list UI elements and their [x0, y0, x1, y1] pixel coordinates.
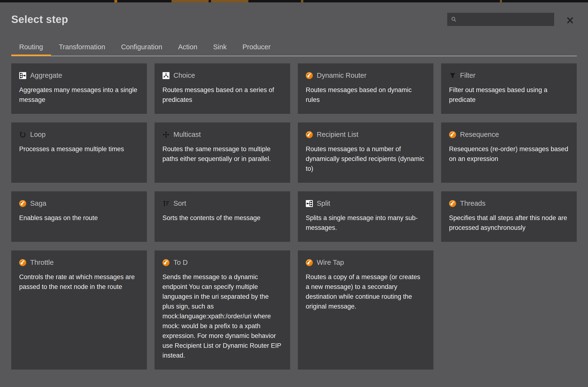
step-card-description: Routes a copy of a message (or creates a…	[306, 272, 426, 311]
step-card-title: Throttle	[30, 259, 54, 266]
step-card-split[interactable]: Split Splits a single message into many …	[298, 191, 433, 242]
tabs: RoutingTransformationConfigurationAction…	[11, 39, 577, 56]
step-card-to-d[interactable]: To D Sends the message to a dynamic endp…	[155, 250, 290, 369]
step-card-description: Filter out messages based using a predic…	[449, 85, 569, 105]
step-card-title: Split	[317, 200, 330, 207]
step-card-description: Controls the rate at which messages are …	[19, 272, 139, 292]
step-card-loop[interactable]: Loop Processes a message multiple times	[11, 122, 147, 183]
step-card-aggregate[interactable]: Aggregate Aggregates many messages into …	[11, 63, 147, 114]
step-card-title: Wire Tap	[317, 259, 344, 266]
tab-sink[interactable]: Sink	[205, 39, 234, 56]
step-card-dynamic-router[interactable]: Dynamic Router Routes messages based on …	[298, 63, 433, 114]
choice-icon	[162, 72, 170, 79]
sort-icon	[162, 200, 170, 207]
loop-icon	[19, 131, 26, 138]
step-card-title: Multicast	[173, 131, 201, 139]
step-card-description: Resequences (re-order) messages based on…	[449, 144, 569, 164]
step-card-description: Processes a message multiple times	[19, 144, 139, 154]
camel-logo-icon	[306, 72, 313, 79]
split-icon	[306, 200, 313, 207]
step-card-throttle[interactable]: Throttle Controls the rate at which mess…	[11, 250, 147, 369]
step-card-title: Aggregate	[30, 72, 62, 80]
step-card-title: Choice	[173, 72, 195, 80]
aggregate-icon	[19, 72, 26, 79]
background-tab-segment	[500, 0, 502, 2]
background-tab-segment	[211, 0, 248, 2]
step-card-title: To D	[173, 259, 188, 266]
camel-logo-icon	[306, 259, 313, 266]
step-card-recipient-list[interactable]: Recipient List Routes messages to a numb…	[298, 122, 433, 183]
camel-logo-icon	[19, 200, 26, 207]
step-card-description: Routes the same message to multiple path…	[162, 144, 282, 164]
step-card-title: Saga	[30, 200, 46, 207]
modal-header: Select step	[0, 2, 588, 31]
multicast-icon	[162, 131, 170, 138]
step-card-title: Recipient List	[317, 131, 358, 139]
step-card-title: Dynamic Router	[317, 72, 366, 80]
search-input[interactable]	[460, 16, 551, 23]
step-card-saga[interactable]: Saga Enables sagas on the route	[11, 191, 147, 242]
step-card-resequence[interactable]: Resequence Resequences (re-order) messag…	[441, 122, 577, 183]
tab-action[interactable]: Action	[170, 39, 205, 56]
camel-logo-icon	[19, 259, 26, 266]
background-tab-segment	[301, 0, 303, 2]
step-card-wire-tap[interactable]: Wire Tap Routes a copy of a message (or …	[298, 250, 433, 369]
step-card-threads[interactable]: Threads Specifies that all steps after t…	[441, 191, 577, 242]
step-card-filter[interactable]: Filter Filter out messages based using a…	[441, 63, 577, 114]
step-card-description: Routes messages to a number of dynamical…	[306, 144, 426, 174]
background-app-strip	[0, 0, 588, 2]
step-card-choice[interactable]: Choice Routes messages based on a series…	[155, 63, 290, 114]
step-card-description: Sorts the contents of the message	[162, 213, 282, 223]
background-tab-segment	[114, 0, 117, 2]
step-card-sort[interactable]: Sort Sorts the contents of the message	[155, 191, 290, 242]
step-card-description: Splits a single message into many sub-me…	[306, 213, 426, 233]
select-step-modal: Select step RoutingTransformationConfigu…	[0, 2, 588, 387]
step-card-title: Sort	[173, 200, 186, 207]
search-box[interactable]	[447, 13, 554, 26]
search-icon	[450, 16, 457, 23]
tab-transformation[interactable]: Transformation	[51, 39, 113, 56]
step-card-description: Sends the message to a dynamic endpoint …	[162, 272, 282, 360]
tab-routing[interactable]: Routing	[11, 39, 51, 56]
camel-logo-icon	[306, 131, 313, 138]
step-card-description: Enables sagas on the route	[19, 213, 139, 223]
step-card-title: Threads	[460, 200, 485, 207]
step-cards-grid: Aggregate Aggregates many messages into …	[11, 63, 577, 369]
step-card-description: Specifies that all steps after this node…	[449, 213, 569, 233]
camel-logo-icon	[449, 131, 456, 138]
step-card-description: Routes messages based on a series of pre…	[162, 85, 282, 105]
tab-producer[interactable]: Producer	[234, 39, 278, 56]
step-card-title: Resequence	[460, 131, 499, 139]
step-card-description: Aggregates many messages into a single m…	[19, 85, 139, 105]
background-tab-segment	[171, 0, 209, 2]
close-icon	[566, 17, 574, 24]
step-card-multicast[interactable]: Multicast Routes the same message to mul…	[155, 122, 290, 183]
tab-configuration[interactable]: Configuration	[113, 39, 170, 56]
camel-logo-icon	[449, 200, 456, 207]
camel-logo-icon	[162, 259, 170, 266]
close-button[interactable]	[566, 16, 575, 25]
step-card-title: Loop	[30, 131, 46, 139]
step-card-title: Filter	[460, 72, 475, 80]
filter-icon	[449, 72, 456, 79]
step-card-description: Routes messages based on dynamic rules	[306, 85, 426, 105]
